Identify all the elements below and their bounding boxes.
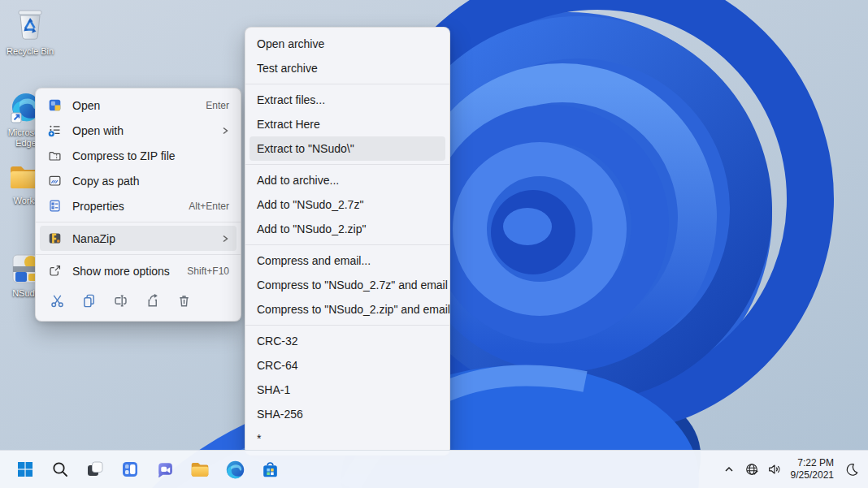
submenu-item-label: Extract Here bbox=[257, 118, 320, 131]
menu-item-shortcut: Shift+F10 bbox=[187, 266, 229, 277]
submenu-item-star[interactable]: * bbox=[250, 426, 445, 451]
menu-item-label: Open with bbox=[72, 124, 210, 137]
menu-item-label: Open bbox=[72, 99, 194, 112]
network-globe-icon bbox=[744, 462, 759, 477]
menu-divider bbox=[245, 164, 449, 165]
speaker-icon bbox=[767, 462, 782, 477]
network-button[interactable] bbox=[740, 453, 763, 486]
menu-item-label: Show more options bbox=[72, 265, 176, 278]
widgets-icon bbox=[120, 460, 140, 479]
submenu-item-label: Add to "NSudo_2.7z" bbox=[257, 198, 363, 211]
menu-item-label: Copy as path bbox=[72, 175, 229, 188]
menu-item-label: Properties bbox=[72, 200, 177, 213]
submenu-item-label: Add to "NSudo_2.zip" bbox=[257, 222, 366, 235]
submenu-item-compress-zip-email[interactable]: Compress to "NSudo_2.zip" and email bbox=[250, 297, 445, 322]
taskbar-buttons bbox=[0, 453, 286, 486]
submenu-item-extract-here[interactable]: Extract Here bbox=[250, 112, 445, 136]
menu-divider bbox=[36, 222, 241, 222]
submenu-item-sha256[interactable]: SHA-256 bbox=[250, 402, 445, 426]
volume-button[interactable] bbox=[763, 453, 786, 486]
submenu-item-label: Compress and email... bbox=[257, 254, 371, 267]
share-icon[interactable] bbox=[137, 288, 168, 313]
menu-item-show-more-options[interactable]: Show more options Shift+F10 bbox=[40, 258, 237, 283]
recycle-bin-icon bbox=[11, 6, 49, 44]
menu-item-copy-as-path[interactable]: Copy as path bbox=[40, 168, 237, 193]
chat-button[interactable] bbox=[149, 453, 181, 486]
submenu-item-test-archive[interactable]: Test archive bbox=[250, 56, 445, 80]
menu-divider bbox=[245, 325, 449, 326]
nsudo-app-icon bbox=[47, 98, 62, 113]
open-with-icon bbox=[47, 123, 62, 138]
submenu-item-sha1[interactable]: SHA-1 bbox=[250, 378, 445, 402]
submenu-item-compress-and-email[interactable]: Compress and email... bbox=[250, 248, 445, 273]
chevron-right-icon bbox=[221, 127, 229, 135]
submenu-item-label: Add to archive... bbox=[257, 174, 339, 187]
desktop-icon-label: Recycle Bin bbox=[7, 46, 54, 57]
windows-start-icon bbox=[15, 460, 35, 479]
menu-divider bbox=[36, 254, 241, 255]
menu-divider bbox=[245, 84, 449, 84]
menu-item-shortcut: Enter bbox=[206, 100, 229, 111]
zip-folder-icon bbox=[47, 149, 62, 163]
submenu-item-label: Open archive bbox=[257, 37, 324, 50]
nanazip-app-icon bbox=[47, 231, 62, 246]
chevron-right-icon bbox=[221, 235, 229, 243]
tray-chevron-up-button[interactable] bbox=[718, 453, 740, 486]
submenu-item-add-to-archive[interactable]: Add to archive... bbox=[250, 168, 445, 192]
task-view-button[interactable] bbox=[79, 453, 111, 486]
file-explorer-icon bbox=[189, 459, 210, 480]
menu-item-shortcut: Alt+Enter bbox=[189, 201, 229, 212]
file-explorer-button[interactable] bbox=[184, 453, 216, 486]
menu-item-open[interactable]: Open Enter bbox=[40, 93, 237, 118]
quick-actions-row bbox=[40, 284, 237, 317]
search-icon bbox=[50, 460, 70, 479]
taskbar-clock[interactable]: 7:22 PM 9/25/2021 bbox=[786, 457, 840, 482]
desktop-icon-recycle-bin[interactable]: Recycle Bin bbox=[4, 6, 56, 57]
task-view-icon bbox=[85, 460, 105, 479]
submenu-item-label: CRC-64 bbox=[257, 359, 298, 372]
submenu-item-add-to-7z[interactable]: Add to "NSudo_2.7z" bbox=[250, 192, 445, 217]
delete-icon[interactable] bbox=[168, 288, 200, 313]
submenu-item-label: Extract to "NSudo\" bbox=[257, 142, 354, 155]
submenu-item-label: * bbox=[257, 432, 261, 445]
chat-icon bbox=[155, 460, 176, 480]
moon-icon bbox=[844, 462, 859, 477]
submenu-item-label: SHA-1 bbox=[257, 383, 290, 396]
cut-icon[interactable] bbox=[41, 288, 73, 313]
copy-path-icon bbox=[47, 174, 62, 188]
menu-item-label: NanaZip bbox=[72, 232, 210, 245]
menu-item-open-with[interactable]: Open with bbox=[40, 118, 237, 143]
menu-item-nanazip[interactable]: NanaZip bbox=[40, 226, 237, 251]
submenu-item-crc64[interactable]: CRC-64 bbox=[250, 353, 445, 378]
submenu-item-compress-7z-email[interactable]: Compress to "NSudo_2.7z" and email bbox=[250, 273, 445, 297]
submenu-item-label: CRC-32 bbox=[257, 335, 298, 348]
submenu-item-open-archive[interactable]: Open archive bbox=[250, 32, 445, 56]
submenu-item-extract-files[interactable]: Extract files... bbox=[250, 88, 445, 112]
store-icon bbox=[260, 460, 280, 480]
submenu-item-label: Compress to "NSudo_2.7z" and email bbox=[257, 279, 448, 292]
edge-icon bbox=[225, 460, 245, 480]
submenu-item-label: SHA-256 bbox=[257, 408, 303, 421]
submenu-item-label: Compress to "NSudo_2.zip" and email bbox=[257, 303, 450, 316]
nanazip-submenu: Open archive Test archive Extract files.… bbox=[245, 27, 450, 456]
clock-time: 7:22 PM bbox=[791, 457, 834, 469]
store-button[interactable] bbox=[254, 453, 286, 486]
clock-date: 9/25/2021 bbox=[791, 469, 834, 482]
system-tray: 7:22 PM 9/25/2021 bbox=[718, 453, 868, 486]
search-button[interactable] bbox=[44, 453, 76, 486]
submenu-item-crc32[interactable]: CRC-32 bbox=[250, 329, 445, 353]
menu-item-compress-zip[interactable]: Compress to ZIP file bbox=[40, 143, 237, 168]
chevron-up-icon bbox=[723, 463, 736, 476]
start-button[interactable] bbox=[9, 453, 41, 486]
menu-item-properties[interactable]: Properties Alt+Enter bbox=[40, 193, 237, 218]
focus-assist-button[interactable] bbox=[840, 453, 863, 486]
context-menu: Open Enter Open with bbox=[35, 88, 241, 322]
submenu-item-extract-to[interactable]: Extract to "NSudo\" bbox=[250, 136, 445, 161]
rename-icon[interactable] bbox=[105, 288, 137, 313]
copy-icon[interactable] bbox=[73, 288, 105, 313]
submenu-item-add-to-zip[interactable]: Add to "NSudo_2.zip" bbox=[250, 217, 445, 241]
edge-button[interactable] bbox=[219, 453, 251, 486]
submenu-item-label: Test archive bbox=[257, 62, 318, 75]
widgets-button[interactable] bbox=[114, 453, 146, 486]
menu-divider bbox=[245, 244, 449, 245]
